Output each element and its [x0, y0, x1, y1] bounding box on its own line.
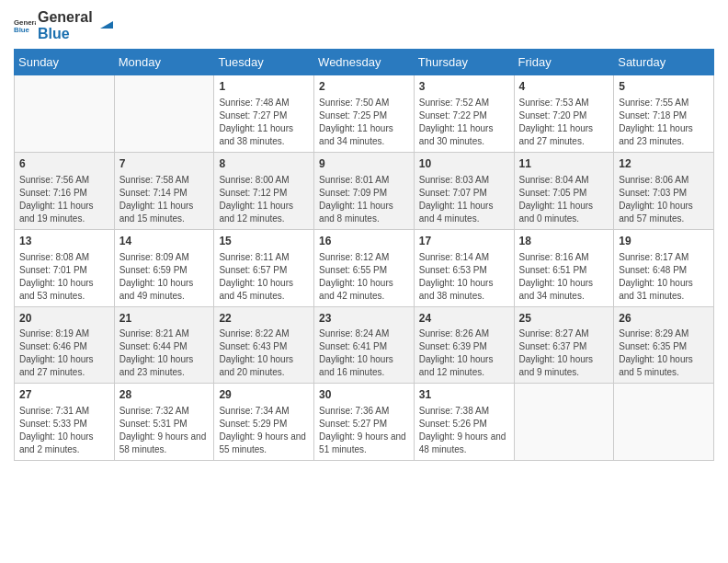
day-number: 3: [419, 79, 509, 95]
logo: General Blue General Blue: [14, 9, 117, 41]
calendar-cell: [114, 75, 214, 153]
calendar-cell: [15, 75, 115, 153]
calendar-cell: 4Sunrise: 7:53 AM Sunset: 7:20 PM Daylig…: [514, 75, 614, 153]
calendar-week-row: 6Sunrise: 7:56 AM Sunset: 7:16 PM Daylig…: [15, 152, 714, 229]
day-number: 27: [19, 387, 109, 403]
day-number: 25: [519, 311, 609, 327]
day-content: Sunrise: 7:34 AM Sunset: 5:29 PM Dayligh…: [219, 405, 309, 456]
calendar-cell: 3Sunrise: 7:52 AM Sunset: 7:22 PM Daylig…: [414, 75, 514, 153]
day-header-sunday: Sunday: [15, 50, 115, 75]
day-content: Sunrise: 8:06 AM Sunset: 7:03 PM Dayligh…: [619, 174, 709, 225]
day-content: Sunrise: 7:52 AM Sunset: 7:22 PM Dayligh…: [419, 97, 509, 148]
calendar-cell: 28Sunrise: 7:32 AM Sunset: 5:31 PM Dayli…: [114, 384, 214, 461]
logo-general: General: [38, 9, 93, 26]
day-number: 6: [19, 156, 109, 172]
day-header-friday: Friday: [514, 50, 614, 75]
day-content: Sunrise: 8:09 AM Sunset: 6:59 PM Dayligh…: [119, 251, 210, 303]
day-number: 10: [419, 156, 509, 172]
day-number: 26: [619, 311, 709, 327]
calendar-week-row: 1Sunrise: 7:48 AM Sunset: 7:27 PM Daylig…: [15, 75, 714, 153]
day-number: 1: [219, 79, 309, 95]
day-header-saturday: Saturday: [614, 50, 714, 75]
calendar-cell: 10Sunrise: 8:03 AM Sunset: 7:07 PM Dayli…: [414, 152, 514, 229]
calendar-cell: [514, 384, 614, 461]
day-content: Sunrise: 8:29 AM Sunset: 6:35 PM Dayligh…: [619, 327, 709, 379]
calendar-cell: 7Sunrise: 7:58 AM Sunset: 7:14 PM Daylig…: [114, 152, 214, 229]
calendar-cell: 27Sunrise: 7:31 AM Sunset: 5:33 PM Dayli…: [15, 384, 115, 461]
svg-text:Blue: Blue: [14, 26, 30, 34]
day-number: 4: [519, 79, 609, 95]
day-content: Sunrise: 7:32 AM Sunset: 5:31 PM Dayligh…: [119, 405, 210, 456]
day-content: Sunrise: 7:53 AM Sunset: 7:20 PM Dayligh…: [519, 97, 609, 148]
day-content: Sunrise: 8:03 AM Sunset: 7:07 PM Dayligh…: [419, 174, 509, 225]
day-content: Sunrise: 8:00 AM Sunset: 7:12 PM Dayligh…: [219, 174, 309, 225]
calendar-cell: 18Sunrise: 8:16 AM Sunset: 6:51 PM Dayli…: [514, 229, 614, 306]
calendar-cell: 24Sunrise: 8:26 AM Sunset: 6:39 PM Dayli…: [414, 306, 514, 384]
day-content: Sunrise: 8:24 AM Sunset: 6:41 PM Dayligh…: [319, 327, 409, 379]
calendar-cell: [614, 384, 714, 461]
calendar-cell: 25Sunrise: 8:27 AM Sunset: 6:37 PM Dayli…: [514, 306, 614, 384]
day-header-tuesday: Tuesday: [214, 50, 314, 75]
calendar-week-row: 13Sunrise: 8:08 AM Sunset: 7:01 PM Dayli…: [15, 229, 714, 306]
day-number: 28: [119, 387, 210, 403]
day-header-thursday: Thursday: [414, 50, 514, 75]
day-number: 5: [619, 79, 709, 95]
day-number: 24: [419, 311, 509, 327]
day-content: Sunrise: 8:21 AM Sunset: 6:44 PM Dayligh…: [119, 327, 210, 379]
day-number: 13: [19, 234, 109, 249]
day-number: 22: [219, 311, 309, 327]
day-content: Sunrise: 7:56 AM Sunset: 7:16 PM Dayligh…: [19, 174, 109, 225]
day-number: 15: [219, 234, 309, 249]
day-number: 19: [619, 234, 709, 249]
day-content: Sunrise: 7:36 AM Sunset: 5:27 PM Dayligh…: [319, 405, 409, 456]
calendar-cell: 5Sunrise: 7:55 AM Sunset: 7:18 PM Daylig…: [614, 75, 714, 153]
day-number: 18: [519, 234, 609, 249]
calendar-cell: 22Sunrise: 8:22 AM Sunset: 6:43 PM Dayli…: [214, 306, 314, 384]
logo-arrow-icon: [97, 12, 117, 32]
day-content: Sunrise: 8:19 AM Sunset: 6:46 PM Dayligh…: [19, 327, 109, 379]
calendar-cell: 21Sunrise: 8:21 AM Sunset: 6:44 PM Dayli…: [114, 306, 214, 384]
day-content: Sunrise: 8:08 AM Sunset: 7:01 PM Dayligh…: [19, 251, 109, 303]
logo-icon: General Blue: [14, 15, 36, 37]
day-number: 29: [219, 387, 309, 403]
day-number: 14: [119, 234, 210, 249]
day-content: Sunrise: 7:58 AM Sunset: 7:14 PM Dayligh…: [119, 174, 210, 225]
calendar-cell: 23Sunrise: 8:24 AM Sunset: 6:41 PM Dayli…: [314, 306, 415, 384]
calendar-cell: 30Sunrise: 7:36 AM Sunset: 5:27 PM Dayli…: [314, 384, 415, 461]
calendar-cell: 26Sunrise: 8:29 AM Sunset: 6:35 PM Dayli…: [614, 306, 714, 384]
calendar-cell: 13Sunrise: 8:08 AM Sunset: 7:01 PM Dayli…: [15, 229, 115, 306]
svg-text:General: General: [14, 17, 36, 26]
calendar-cell: 14Sunrise: 8:09 AM Sunset: 6:59 PM Dayli…: [114, 229, 214, 306]
calendar-table: SundayMondayTuesdayWednesdayThursdayFrid…: [14, 49, 714, 461]
calendar-cell: 9Sunrise: 8:01 AM Sunset: 7:09 PM Daylig…: [314, 152, 415, 229]
day-number: 16: [319, 234, 409, 249]
day-number: 12: [619, 156, 709, 172]
calendar-cell: 29Sunrise: 7:34 AM Sunset: 5:29 PM Dayli…: [214, 384, 314, 461]
page-header: General Blue General Blue: [14, 9, 714, 41]
day-content: Sunrise: 8:17 AM Sunset: 6:48 PM Dayligh…: [619, 251, 709, 303]
day-number: 7: [119, 156, 210, 172]
svg-marker-3: [100, 21, 113, 29]
day-number: 31: [419, 387, 509, 403]
day-number: 11: [519, 156, 609, 172]
calendar-cell: 1Sunrise: 7:48 AM Sunset: 7:27 PM Daylig…: [214, 75, 314, 153]
day-number: 23: [319, 311, 409, 327]
day-content: Sunrise: 7:50 AM Sunset: 7:25 PM Dayligh…: [319, 97, 409, 148]
day-number: 21: [119, 311, 210, 327]
day-content: Sunrise: 8:01 AM Sunset: 7:09 PM Dayligh…: [319, 174, 409, 225]
calendar-cell: 12Sunrise: 8:06 AM Sunset: 7:03 PM Dayli…: [614, 152, 714, 229]
calendar-cell: 8Sunrise: 8:00 AM Sunset: 7:12 PM Daylig…: [214, 152, 314, 229]
day-number: 8: [219, 156, 309, 172]
day-header-wednesday: Wednesday: [314, 50, 415, 75]
day-number: 20: [19, 311, 109, 327]
day-content: Sunrise: 8:26 AM Sunset: 6:39 PM Dayligh…: [419, 327, 509, 379]
day-content: Sunrise: 8:22 AM Sunset: 6:43 PM Dayligh…: [219, 327, 309, 379]
day-number: 9: [319, 156, 409, 172]
day-number: 2: [319, 79, 409, 95]
calendar-header-row: SundayMondayTuesdayWednesdayThursdayFrid…: [15, 50, 714, 75]
calendar-cell: 6Sunrise: 7:56 AM Sunset: 7:16 PM Daylig…: [15, 152, 115, 229]
calendar-cell: 19Sunrise: 8:17 AM Sunset: 6:48 PM Dayli…: [614, 229, 714, 306]
day-content: Sunrise: 7:55 AM Sunset: 7:18 PM Dayligh…: [619, 97, 709, 148]
day-content: Sunrise: 8:12 AM Sunset: 6:55 PM Dayligh…: [319, 251, 409, 303]
calendar-cell: 31Sunrise: 7:38 AM Sunset: 5:26 PM Dayli…: [414, 384, 514, 461]
